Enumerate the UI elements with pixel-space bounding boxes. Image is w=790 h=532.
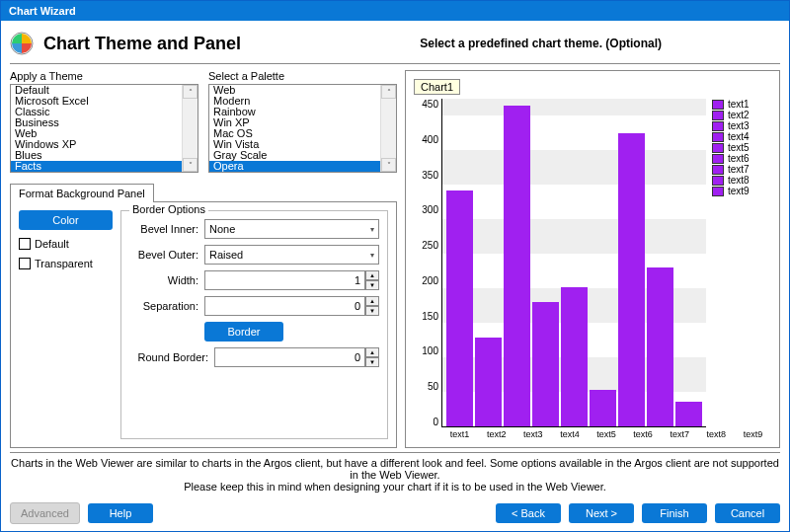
page-title: Chart Theme and Panel	[43, 34, 241, 54]
list-item[interactable]: Classic	[11, 107, 182, 117]
legend-label: text9	[728, 186, 750, 196]
legend-item: text4	[712, 131, 771, 142]
legend-swatch-icon	[712, 132, 724, 142]
spinner-down-icon[interactable]: ▼	[365, 306, 379, 316]
round-border-input[interactable]	[214, 347, 365, 367]
list-item[interactable]: Rainbow	[209, 107, 380, 117]
border-options-group: Border Options Bevel Inner: None ▾ Bevel…	[120, 210, 388, 439]
legend-item: text9	[712, 186, 771, 196]
bevel-inner-label: Bevel Inner:	[129, 223, 198, 235]
tab-format-background[interactable]: Format Background Panel	[10, 184, 154, 202]
y-tick: 150	[422, 311, 438, 322]
list-item[interactable]: Web	[209, 85, 380, 96]
round-border-stepper[interactable]: ▲ ▼	[214, 347, 379, 367]
list-item[interactable]: Facts	[11, 161, 182, 172]
spinner-up-icon[interactable]: ▲	[365, 270, 379, 280]
help-button[interactable]: Help	[88, 503, 153, 523]
next-button[interactable]: Next >	[569, 503, 634, 523]
separation-stepper[interactable]: ▲ ▼	[204, 296, 379, 316]
list-item[interactable]: Gray Scale	[209, 150, 380, 161]
list-item[interactable]: Blues	[11, 150, 182, 161]
theme-scrollbar[interactable]: ˄ ˅	[182, 85, 198, 172]
legend-swatch-icon	[712, 187, 724, 196]
list-item[interactable]: Modern	[209, 96, 380, 107]
y-tick: 200	[422, 275, 438, 286]
theme-list-frame: DefaultMicrosoft ExcelClassicBusinessWeb…	[10, 84, 198, 173]
legend-swatch-icon	[712, 143, 724, 153]
palette-listbox[interactable]: WebModernRainbowWin XPMac OSWin VistaGra…	[209, 85, 380, 172]
legend-swatch-icon	[712, 176, 724, 186]
legend-swatch-icon	[712, 111, 724, 120]
theme-label: Apply a Theme	[10, 70, 198, 82]
transparent-checkbox-row[interactable]: Transparent	[19, 258, 113, 269]
checkbox-icon[interactable]	[19, 238, 31, 250]
y-tick: 250	[422, 240, 438, 251]
x-axis-labels: text1text2text3text4text5text6text7text8…	[414, 429, 771, 439]
list-item[interactable]: Win Vista	[209, 139, 380, 150]
legend-label: text8	[728, 175, 750, 186]
spinner-up-icon[interactable]: ▲	[365, 296, 379, 306]
window-content: Chart Theme and Panel Select a predefine…	[1, 21, 789, 531]
legend-label: text7	[728, 164, 750, 175]
back-button[interactable]: < Back	[496, 503, 561, 523]
border-options-legend: Border Options	[129, 203, 208, 215]
round-border-label: Round Border:	[129, 351, 208, 363]
checkbox-icon[interactable]	[19, 258, 31, 269]
y-tick: 450	[422, 99, 438, 110]
list-item[interactable]: Win XP	[209, 117, 380, 128]
width-stepper[interactable]: ▲ ▼	[204, 270, 379, 290]
scroll-up-icon[interactable]: ˄	[381, 85, 396, 99]
scroll-down-icon[interactable]: ˅	[381, 158, 396, 172]
legend-label: text5	[728, 142, 750, 153]
y-tick: 300	[422, 204, 438, 215]
bevel-inner-select[interactable]: None ▾	[204, 219, 379, 239]
list-item[interactable]: Opera	[209, 161, 380, 172]
list-item[interactable]: Microsoft Excel	[11, 96, 182, 107]
spinner-down-icon[interactable]: ▼	[365, 280, 379, 290]
theme-group: Apply a Theme DefaultMicrosoft ExcelClas…	[10, 70, 198, 173]
list-item[interactable]: Business	[11, 117, 182, 128]
bevel-outer-select[interactable]: Raised ▾	[204, 245, 379, 265]
legend-label: text4	[728, 131, 750, 142]
legend-item: text6	[712, 153, 771, 164]
chart-legend: text1text2text3text4text5text6text7text8…	[712, 99, 771, 427]
list-item[interactable]: Default	[11, 85, 182, 96]
palette-scrollbar[interactable]: ˄ ˅	[380, 85, 396, 172]
x-tick: text9	[735, 429, 771, 439]
legend-swatch-icon	[712, 165, 724, 175]
spinner-up-icon[interactable]: ▲	[365, 347, 379, 357]
spinner-down-icon[interactable]: ▼	[365, 357, 379, 367]
legend-item: text7	[712, 164, 771, 175]
scroll-up-icon[interactable]: ˄	[183, 85, 198, 99]
y-tick: 400	[422, 134, 438, 145]
format-panel: Color Default Transparent Border Options	[10, 202, 397, 448]
list-item[interactable]: Web	[11, 128, 182, 139]
width-input[interactable]	[204, 270, 365, 290]
footer-line1: Charts in the Web Viewer are similar to …	[11, 457, 779, 481]
x-tick: text3	[514, 429, 551, 439]
chart-wizard-window: Chart Wizard Chart Theme and Panel Selec…	[0, 0, 790, 532]
scroll-down-icon[interactable]: ˅	[183, 158, 198, 172]
legend-swatch-icon	[712, 121, 724, 131]
legend-label: text1	[728, 99, 750, 110]
color-button[interactable]: Color	[19, 210, 113, 230]
list-item[interactable]: Mac OS	[209, 128, 380, 139]
chart-bar	[532, 302, 559, 426]
default-checkbox-label: Default	[35, 238, 69, 250]
chart-bar	[504, 106, 530, 426]
footer-line2: Please keep this in mind when designing …	[184, 481, 606, 493]
chevron-down-icon: ▾	[370, 251, 374, 260]
x-tick: text1	[441, 429, 478, 439]
x-tick: text2	[478, 429, 514, 439]
legend-label: text2	[728, 110, 750, 120]
list-item[interactable]: Windows XP	[11, 139, 182, 150]
border-button[interactable]: Border	[204, 322, 283, 342]
separation-input[interactable]	[204, 296, 365, 316]
cancel-button[interactable]: Cancel	[715, 503, 780, 523]
legend-label: text3	[728, 120, 750, 131]
theme-listbox[interactable]: DefaultMicrosoft ExcelClassicBusinessWeb…	[11, 85, 182, 172]
left-panel: Apply a Theme DefaultMicrosoft ExcelClas…	[10, 70, 405, 448]
finish-button[interactable]: Finish	[642, 503, 707, 523]
default-checkbox-row[interactable]: Default	[19, 238, 113, 250]
chart-row: 450400350300250200150100500 text1text2te…	[414, 99, 771, 427]
